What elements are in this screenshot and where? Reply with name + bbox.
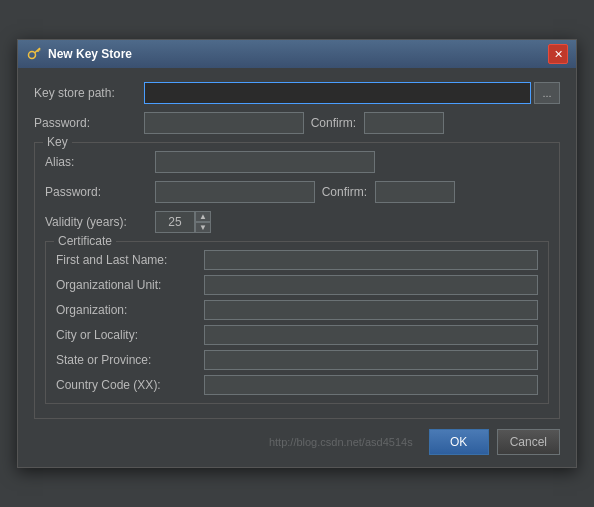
certificate-section-title: Certificate [54, 234, 116, 248]
watermark-text: http://blog.csdn.net/asd4514s [34, 436, 413, 448]
spinner-up-button[interactable]: ▲ [195, 211, 211, 222]
password-input[interactable] [144, 112, 304, 134]
city-locality-label: City or Locality: [56, 328, 204, 342]
org-unit-label: Organizational Unit: [56, 278, 204, 292]
organization-input[interactable] [204, 300, 538, 320]
buttons-row: http://blog.csdn.net/asd4514s OK Cancel [34, 429, 560, 455]
keystore-path-label: Key store path: [34, 86, 144, 100]
spinner-down-button[interactable]: ▼ [195, 222, 211, 233]
browse-button[interactable]: ... [534, 82, 560, 104]
close-button[interactable]: ✕ [548, 44, 568, 64]
title-text: New Key Store [48, 47, 132, 61]
organization-row: Organization: [56, 300, 538, 320]
org-unit-input[interactable] [204, 275, 538, 295]
key-section-title: Key [43, 135, 72, 149]
state-province-input[interactable] [204, 350, 538, 370]
alias-row: Alias: [45, 151, 549, 173]
city-locality-input[interactable] [204, 325, 538, 345]
cancel-button[interactable]: Cancel [497, 429, 560, 455]
keystore-path-input[interactable] [144, 82, 531, 104]
key-confirm-input[interactable] [375, 181, 455, 203]
keystore-path-row: Key store path: ... [34, 82, 560, 104]
state-province-label: State or Province: [56, 353, 204, 367]
key-section: Key Alias: Password: Confirm: Validity (… [34, 142, 560, 419]
country-code-input[interactable] [204, 375, 538, 395]
first-last-name-row: First and Last Name: [56, 250, 538, 270]
key-confirm-label: Confirm: [315, 185, 375, 199]
organization-label: Organization: [56, 303, 204, 317]
title-bar-left: New Key Store [26, 46, 132, 62]
new-key-store-dialog: New Key Store ✕ Key store path: ... Pass… [17, 39, 577, 468]
confirm-input[interactable] [364, 112, 444, 134]
key-password-row: Password: Confirm: [45, 181, 549, 203]
spinner-buttons: ▲ ▼ [195, 211, 211, 233]
first-last-name-input[interactable] [204, 250, 538, 270]
confirm-label: Confirm: [304, 116, 364, 130]
alias-label: Alias: [45, 155, 155, 169]
key-password-label: Password: [45, 185, 155, 199]
state-province-row: State or Province: [56, 350, 538, 370]
first-last-name-label: First and Last Name: [56, 253, 204, 267]
validity-label: Validity (years): [45, 215, 155, 229]
country-code-label: Country Code (XX): [56, 378, 204, 392]
dialog-content: Key store path: ... Password: Confirm: K… [18, 68, 576, 467]
key-password-input[interactable] [155, 181, 315, 203]
validity-row: Validity (years): ▲ ▼ [45, 211, 549, 233]
certificate-section: Certificate First and Last Name: Organiz… [45, 241, 549, 404]
ok-button[interactable]: OK [429, 429, 489, 455]
country-code-row: Country Code (XX): [56, 375, 538, 395]
validity-input[interactable] [155, 211, 195, 233]
validity-spinner: ▲ ▼ [155, 211, 211, 233]
alias-input[interactable] [155, 151, 375, 173]
org-unit-row: Organizational Unit: [56, 275, 538, 295]
title-bar: New Key Store ✕ [18, 40, 576, 68]
city-locality-row: City or Locality: [56, 325, 538, 345]
key-icon [26, 46, 42, 62]
password-row: Password: Confirm: [34, 112, 560, 134]
password-label: Password: [34, 116, 144, 130]
